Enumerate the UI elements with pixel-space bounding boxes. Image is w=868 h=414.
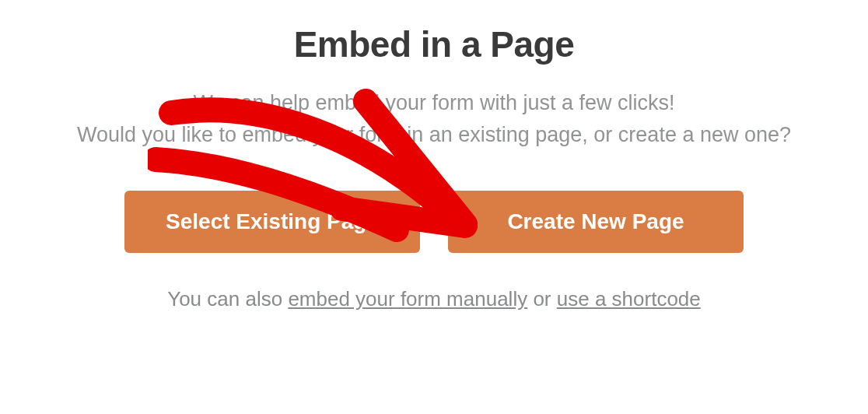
description-text: We can help embed your form with just a … [77, 87, 791, 150]
footer-prefix: You can also [167, 287, 288, 310]
description-line1: We can help embed your form with just a … [193, 91, 674, 114]
description-line2: Would you like to embed your form in an … [77, 123, 791, 146]
select-existing-page-button[interactable]: Select Existing Page [124, 191, 420, 253]
create-new-page-button[interactable]: Create New Page [448, 191, 744, 253]
button-row: Select Existing Page Create New Page [124, 191, 744, 253]
footer-text: You can also embed your form manually or… [167, 287, 701, 311]
footer-middle: or [527, 287, 557, 310]
embed-manually-link[interactable]: embed your form manually [288, 287, 527, 310]
page-title: Embed in a Page [294, 23, 575, 65]
use-shortcode-link[interactable]: use a shortcode [557, 287, 701, 310]
